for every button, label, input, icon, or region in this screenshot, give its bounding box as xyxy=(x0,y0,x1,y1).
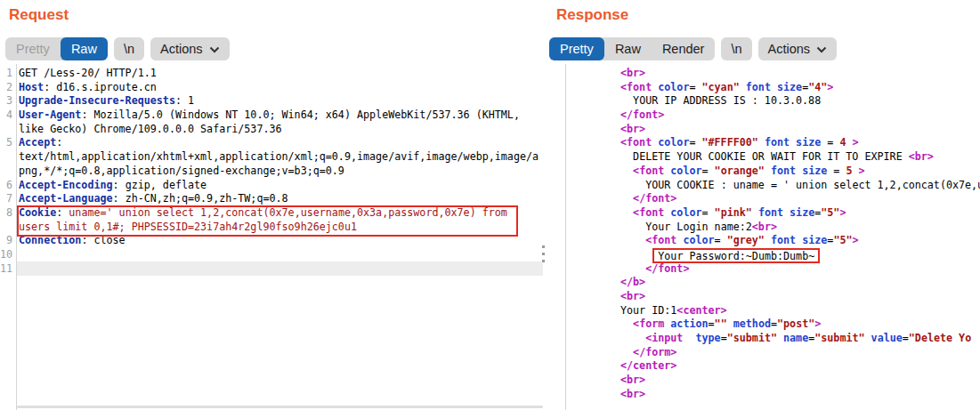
request-code-line: 4User-Agent: Mozilla/5.0 (Windows NT 10.… xyxy=(0,109,545,123)
request-panel-title: Request xyxy=(9,6,69,24)
response-code-line: </center> xyxy=(620,359,980,374)
response-code-line: <font color= "#FFFF00" font size = 4 > xyxy=(620,136,980,150)
response-code-line: <font color= "pink" font size="5"> xyxy=(620,206,980,221)
response-code-line: <input type="submit" name="submit" value… xyxy=(620,332,980,346)
tab-response-actions[interactable]: Actions xyxy=(758,37,838,60)
response-code-line: Your ID:1<center> xyxy=(620,304,980,318)
request-code-line: users limit 0,1#; PHPSESSID=23i7ah4r2gl9… xyxy=(0,221,545,235)
request-code-line: like Gecko) Chrome/109.0.0.0 Safari/537.… xyxy=(0,123,545,137)
line-number: 1 xyxy=(0,67,12,81)
tab-request-pretty[interactable]: Pretty xyxy=(5,37,61,60)
response-editor[interactable]: <br><font color= "cyan" font size="4">YO… xyxy=(620,67,980,402)
tab-response-raw[interactable]: Raw xyxy=(604,37,652,60)
request-code-line: text/html,application/xhtml+xml,applicat… xyxy=(0,150,545,165)
response-code-line: YOUR IP ADDRESS IS : 10.3.0.88 xyxy=(620,94,980,109)
line-number: 5 xyxy=(0,136,12,150)
response-code-line: <br> xyxy=(620,67,980,81)
request-code-line: 8Cookie: uname=' union select 1,2,concat… xyxy=(0,206,545,221)
chevron-down-icon xyxy=(209,37,220,60)
request-code-line: 1GET /Less-20/ HTTP/1.1 xyxy=(0,67,545,81)
request-editor[interactable]: 1GET /Less-20/ HTTP/1.12Host: d16.s.ipro… xyxy=(0,67,545,276)
line-number: 10 xyxy=(0,248,12,262)
response-code-line: Your Login name:2<br> xyxy=(620,221,980,235)
response-gutter-divider xyxy=(565,64,566,410)
response-code-line: YOUR COOKIE : uname = ' union select 1,2… xyxy=(620,179,980,193)
line-number: 9 xyxy=(0,234,12,248)
response-code-line: </font> xyxy=(620,109,980,123)
request-code-line: 10 xyxy=(0,248,545,262)
tab-request-actions[interactable]: Actions xyxy=(150,37,230,60)
response-code-line: <font color= "orange" font size = 5 > xyxy=(620,165,980,179)
response-code-line: <br> xyxy=(620,388,980,402)
response-view-switch-group: PrettyRawRender xyxy=(549,37,715,60)
request-view-switch-group: PrettyRaw xyxy=(5,37,108,60)
response-code-line: <font color= "grey" font size="5"> xyxy=(620,234,980,248)
response-code-line: Your Password:~Dumb:Dumb~ xyxy=(620,248,980,262)
request-code-line: 6Accept-Encoding: gzip, deflate xyxy=(0,179,545,193)
response-panel-title: Response xyxy=(556,6,628,24)
tab-response-pretty[interactable]: Pretty xyxy=(549,37,604,60)
response-code-line: <br> xyxy=(620,123,980,137)
request-horizontal-scrollbar[interactable] xyxy=(17,406,543,408)
response-view-tabs: PrettyRawRender\nActions xyxy=(549,37,837,60)
tab-response-nn[interactable]: \n xyxy=(721,37,751,60)
line-number: 2 xyxy=(0,81,12,95)
tab-request-raw[interactable]: Raw xyxy=(61,37,108,60)
tab-response-render[interactable]: Render xyxy=(652,37,716,60)
response-code-line: DELETE YOUR COOKIE OR WAIT FOR IT TO EXP… xyxy=(620,150,980,165)
tab-request-nn[interactable]: \n xyxy=(114,37,144,60)
request-view-tabs: PrettyRaw\nActions xyxy=(5,37,230,60)
request-code-line: 3Upgrade-Insecure-Requests: 1 xyxy=(0,94,545,109)
line-number: 11 xyxy=(0,262,12,277)
line-number: 7 xyxy=(0,192,12,206)
response-code-line: </font> xyxy=(620,262,980,277)
response-code-line: </font> xyxy=(620,192,980,206)
response-code-line: <form action="" method="post"> xyxy=(620,318,980,332)
line-number: 6 xyxy=(0,179,12,193)
line-number: 3 xyxy=(0,94,12,109)
password-highlight-box: Your Password:~Dumb:Dumb~ xyxy=(652,248,820,263)
response-code-line: <br> xyxy=(620,290,980,304)
response-code-line: <br> xyxy=(620,374,980,388)
response-code-line: <font color= "cyan" font size="4"> xyxy=(620,81,980,95)
request-code-line: 7Accept-Language: zh-CN,zh;q=0.9,zh-TW;q… xyxy=(0,192,545,206)
request-code-line: 5Accept: xyxy=(0,136,545,150)
chevron-down-icon xyxy=(816,37,827,60)
response-code-line: </form> xyxy=(620,346,980,360)
request-code-line: png,*/*;q=0.8,application/signed-exchang… xyxy=(0,165,545,179)
response-code-line: </b> xyxy=(620,276,980,290)
message-editor: Request PrettyRaw\nActions 1GET /Less-20… xyxy=(0,0,980,410)
line-number: 8 xyxy=(0,206,12,221)
request-code-line: 11 xyxy=(0,262,545,277)
request-code-line: 2Host: d16.s.iproute.cn xyxy=(0,81,545,95)
line-number: 4 xyxy=(0,109,12,123)
request-code-line: 9Connection: close xyxy=(0,234,545,248)
